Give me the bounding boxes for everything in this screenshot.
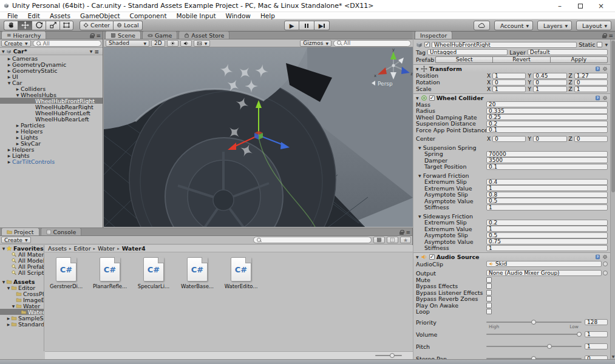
z-field[interactable]: 0 [574,136,608,142]
property-field[interactable]: 0.5 [486,198,608,204]
hierarchy-item[interactable]: ▶ CarTiltControls [0,158,103,164]
scene-viewport[interactable]: y x z Persp [104,47,413,227]
prefab-revert-button[interactable]: Revert [492,56,549,63]
fold-icon[interactable]: ▶ [15,87,21,91]
z-field[interactable]: 1 [574,86,608,92]
hierarchy-item[interactable]: ▶ Cameras [0,55,103,61]
hierarchy-item[interactable]: ▶ GeometryStatic [0,67,103,73]
fold-icon[interactable]: ▶ [6,316,11,320]
help-icon[interactable] [595,254,600,260]
z-field[interactable]: 0 [574,79,608,86]
z-field[interactable]: 1.27 [574,73,608,79]
fold-icon[interactable]: ▶ [6,322,11,326]
slider-track[interactable] [486,334,582,335]
asset-item[interactable]: C# WaterEdito... [223,257,259,289]
minimize-button[interactable]: – [549,1,570,12]
project-tree-item[interactable]: All Prefabs [0,263,44,269]
fold-icon[interactable]: ▶ [6,62,12,67]
property-field[interactable]: 70000 [486,151,608,157]
gear-icon[interactable] [602,66,608,72]
audio-toggle-button[interactable] [180,40,192,47]
checkbox[interactable] [486,303,492,308]
property-field[interactable]: 0.1 [486,127,608,133]
output-object-field[interactable]: None (Audio Mixer Group) [486,270,602,276]
hierarchy-item[interactable]: ▶ GeometryDynamic [0,61,103,67]
fold-icon[interactable]: ▼ [15,93,21,97]
object-picker-icon[interactable] [603,271,608,275]
fold-icon[interactable]: ▶ [15,123,21,127]
x-field[interactable]: 1 [492,73,526,79]
component-enabled-checkbox[interactable] [429,95,435,101]
static-checkbox[interactable] [597,42,602,47]
lock-icon[interactable] [90,33,94,38]
checkbox[interactable] [486,309,492,314]
hierarchy-item[interactable]: ▼ WheelsHubs [0,92,103,98]
help-icon[interactable] [595,66,600,72]
wheel-collider-header[interactable]: ▼ Wheel Collider [413,93,610,101]
hierarchy-item[interactable]: ▶ Lights [0,152,103,158]
gizmos-dropdown[interactable]: Gizmos▼ [300,40,331,47]
layers-dropdown[interactable]: Layers▼ [537,21,572,30]
panel-menu-icon[interactable]: ≡ [406,229,410,235]
hierarchy-item[interactable]: ▶ Helpers [0,128,103,134]
project-tree-item[interactable]: Water4 [0,309,44,315]
gear-icon[interactable] [602,254,608,260]
create-dropdown[interactable]: Create▼ [1,40,31,47]
object-picker-icon[interactable] [603,261,608,266]
fold-open-icon[interactable]: ▼ [416,96,419,100]
shading-mode-dropdown[interactable]: Shaded▼ [106,40,149,47]
menu-item[interactable]: File [2,12,23,19]
property-field[interactable]: 0.4 [486,179,608,185]
project-tree-item[interactable]: CrossPlat [0,291,44,297]
tab-hierarchy[interactable]: ≡Hierarchy [1,31,46,39]
fold-icon[interactable]: ▼ [11,304,16,308]
fold-open-icon[interactable]: ▼ [416,67,419,71]
y-field[interactable]: 0 [533,79,566,86]
asset-item[interactable]: C# SpecularLi... [136,257,171,289]
layout-dropdown[interactable]: Layout▼ [576,21,611,30]
asset-item[interactable]: C# GerstnerDi... [49,257,84,289]
menu-item[interactable]: Window [221,12,256,19]
property-field[interactable]: 0.8 [486,192,608,198]
fold-open-icon[interactable]: ▼ [418,174,421,178]
project-tree-item[interactable]: All Materials [0,251,44,257]
project-tree-item[interactable]: All Scripts [0,269,44,275]
fold-icon[interactable]: ▶ [6,75,12,79]
chevron-down-icon[interactable]: ▼ [605,42,608,47]
search-by-label-button[interactable] [387,237,398,243]
transform-header[interactable]: ▼ Transform [413,64,610,72]
gameobject-name-field[interactable]: WheelHubFrontRight [432,42,577,48]
tab-console[interactable]: Console [41,228,82,235]
breadcrumb-item[interactable]: Water [98,245,122,252]
property-field[interactable]: 0.75 [486,238,608,244]
fold-icon[interactable]: ▶ [15,129,21,133]
slider-track[interactable] [486,346,582,347]
play-button[interactable]: ▶ [284,21,299,30]
favorite-search-button[interactable]: ★ [400,237,411,243]
tab-project[interactable]: Project [1,228,39,235]
tab-asset-store[interactable]: Asset Store [178,31,229,39]
slider-thumb[interactable] [577,332,582,337]
rotate-tool-button[interactable] [32,21,46,30]
property-field[interactable]: 0.25 [486,114,608,120]
fold-open-icon[interactable]: ▼ [418,214,421,218]
breadcrumb-item[interactable]: Water4 [122,245,146,252]
effects-dropdown[interactable]: ▼ [194,40,211,47]
hierarchy-item[interactable]: ▶ Helpers [0,146,103,152]
property-field[interactable]: 0.335 [486,108,608,114]
project-tree-item[interactable]: ▼ Editor [0,285,44,291]
cloud-button[interactable] [474,21,490,30]
panel-menu-icon[interactable]: ≡ [96,33,101,39]
slider-track[interactable] [486,322,582,323]
fold-icon[interactable]: ▼ [1,280,6,284]
x-field[interactable]: 1 [492,86,526,92]
suspension-spring-section[interactable]: ▼Suspension Spring [413,144,610,151]
property-field[interactable]: 20 [486,101,608,107]
hierarchy-item[interactable]: WheelHubFrontRight [0,98,103,104]
property-field[interactable]: 1 [486,204,608,211]
scene-root-row[interactable]: ▼ Car* ▼≡ [0,48,103,55]
pause-button[interactable] [299,21,314,30]
hierarchy-item[interactable]: WheelHubFrontLeft [0,110,103,116]
property-field[interactable]: 1 [486,245,608,251]
x-field[interactable]: 0 [492,136,526,142]
